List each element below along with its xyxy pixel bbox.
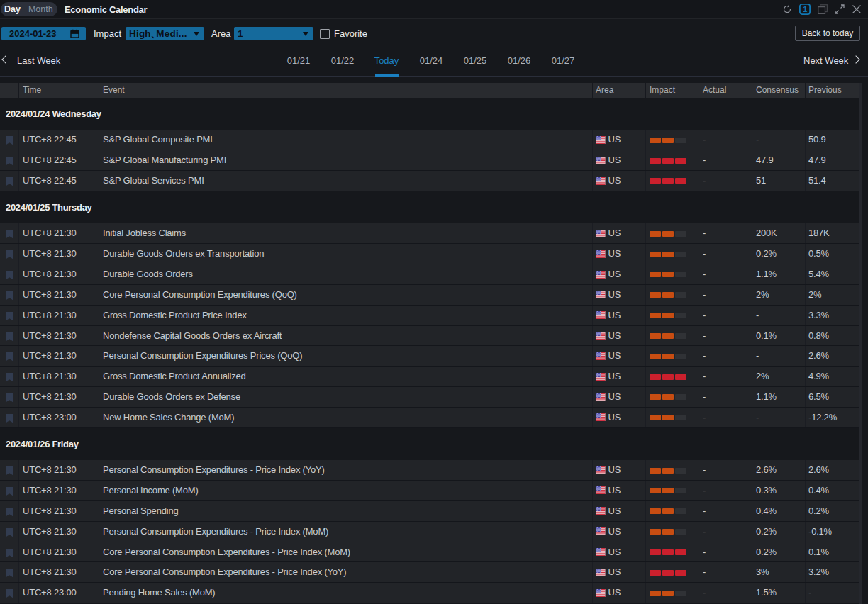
svg-text:1: 1: [803, 5, 807, 13]
